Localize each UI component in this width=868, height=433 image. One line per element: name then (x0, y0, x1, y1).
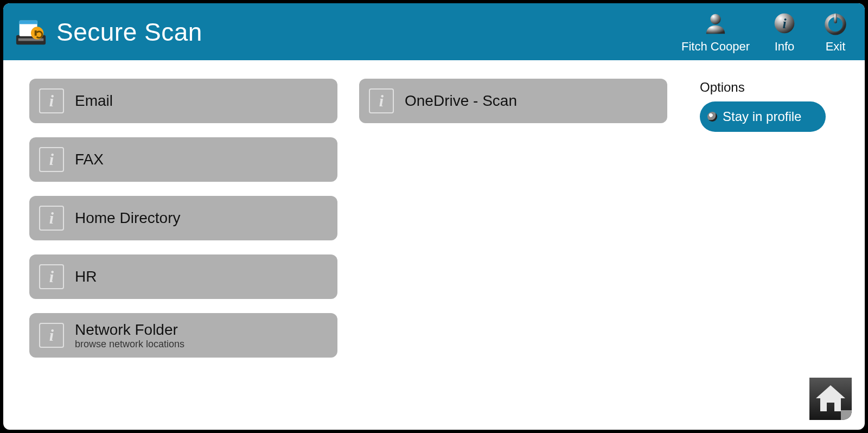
app-title: Secure Scan (56, 17, 681, 47)
tile-subtitle: browse network locations (75, 339, 184, 350)
app-window: Secure Scan Fitch Cooper i (0, 0, 868, 433)
svg-rect-3 (20, 20, 37, 24)
tile-text: Email (75, 92, 113, 110)
home-button[interactable] (807, 375, 854, 422)
tile-title: FAX (75, 151, 104, 168)
tile-home-directory[interactable]: i Home Directory (29, 196, 337, 240)
destination-column-1: i Email i FAX i Home Direct (29, 79, 337, 419)
app-body: i Email i FAX i Home Direct (3, 60, 865, 430)
info-icon: i (771, 10, 797, 36)
destination-column-2: i OneDrive - Scan (359, 79, 667, 419)
tile-text: Network Folder browse network locations (75, 321, 184, 350)
app-header: Secure Scan Fitch Cooper i (3, 3, 865, 60)
tile-network-folder[interactable]: i Network Folder browse network location… (29, 313, 337, 358)
power-icon (822, 10, 848, 36)
info-icon[interactable]: i (39, 88, 64, 113)
user-label: Fitch Cooper (681, 40, 750, 54)
tile-text: OneDrive - Scan (405, 92, 517, 110)
stay-in-profile-toggle[interactable]: Stay in profile (700, 101, 826, 132)
tile-text: HR (75, 268, 97, 285)
info-icon[interactable]: i (39, 206, 64, 231)
options-heading: Options (700, 80, 846, 95)
svg-rect-5 (35, 30, 37, 36)
radio-dot-icon (707, 112, 717, 122)
svg-rect-10 (834, 13, 837, 23)
stay-in-profile-label: Stay in profile (723, 109, 801, 124)
destination-columns: i Email i FAX i Home Direct (29, 79, 678, 419)
tile-text: Home Directory (75, 209, 180, 227)
tile-title: OneDrive - Scan (405, 92, 517, 110)
exit-button[interactable]: Exit (819, 10, 852, 54)
app-logo-icon (14, 15, 48, 49)
tile-title: Network Folder (75, 321, 184, 339)
tile-email[interactable]: i Email (29, 79, 337, 123)
tile-title: Home Directory (75, 209, 180, 227)
svg-text:i: i (782, 16, 787, 31)
tile-hr[interactable]: i HR (29, 254, 337, 299)
tile-text: FAX (75, 151, 104, 168)
info-icon[interactable]: i (39, 323, 64, 348)
tile-fax[interactable]: i FAX (29, 137, 337, 182)
header-actions: Fitch Cooper i Info (681, 10, 852, 54)
user-icon (703, 10, 729, 36)
info-icon[interactable]: i (39, 264, 64, 289)
info-button[interactable]: i Info (768, 10, 801, 54)
tile-title: Email (75, 92, 113, 110)
tile-onedrive-scan[interactable]: i OneDrive - Scan (359, 79, 667, 123)
info-icon[interactable]: i (369, 88, 394, 113)
options-panel: Options Stay in profile (700, 79, 846, 419)
home-icon (807, 375, 854, 422)
tile-title: HR (75, 268, 97, 285)
info-icon[interactable]: i (39, 147, 64, 172)
user-button[interactable]: Fitch Cooper (681, 10, 750, 54)
info-label: Info (775, 40, 795, 54)
svg-point-6 (710, 14, 720, 24)
exit-label: Exit (826, 40, 846, 54)
